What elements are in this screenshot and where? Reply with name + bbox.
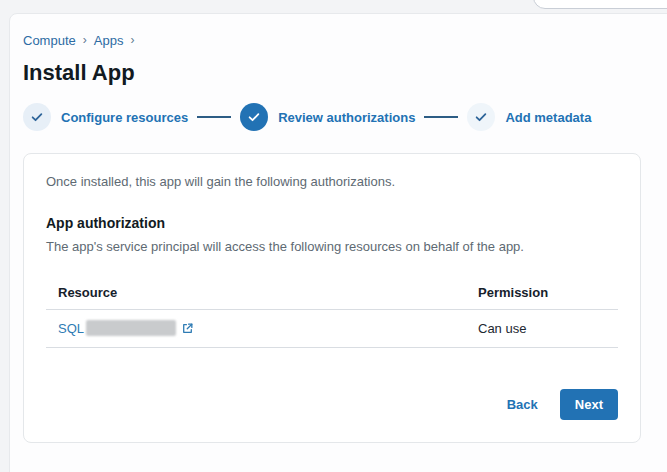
resource-name: SQL	[58, 321, 84, 336]
column-header-resource: Resource	[46, 276, 466, 309]
card-intro-text: Once installed, this app will gain the f…	[46, 174, 618, 190]
step-configure-resources[interactable]: Configure resources	[23, 103, 188, 131]
back-button[interactable]: Back	[495, 390, 550, 419]
check-icon	[23, 103, 51, 131]
main-panel: Compute › Apps › Install App Configure r…	[9, 13, 667, 472]
breadcrumb-item-compute[interactable]: Compute	[23, 33, 76, 48]
step-add-metadata[interactable]: Add metadata	[467, 103, 591, 131]
breadcrumb-item-apps[interactable]: Apps	[94, 33, 124, 48]
step-connector	[197, 116, 231, 118]
section-subtitle: The app's service principal will access …	[46, 239, 618, 255]
external-link-icon	[181, 322, 194, 335]
section-title: App authorization	[46, 214, 618, 232]
step-label: Add metadata	[505, 110, 591, 125]
step-connector	[424, 116, 458, 118]
permission-value: Can use	[466, 311, 618, 347]
check-icon	[240, 103, 268, 131]
redaction-blur	[86, 320, 176, 336]
column-header-permission: Permission	[466, 276, 618, 309]
step-review-authorizations[interactable]: Review authorizations	[240, 103, 415, 131]
next-button[interactable]: Next	[560, 389, 618, 420]
table-header-row: Resource Permission	[46, 276, 618, 310]
authorization-table: Resource Permission SQL y Can use	[46, 276, 618, 348]
breadcrumb-separator: ›	[130, 31, 134, 49]
breadcrumb-separator: ›	[83, 31, 87, 49]
resource-link[interactable]: SQL y	[58, 320, 194, 336]
authorization-card: Once installed, this app will gain the f…	[23, 153, 641, 443]
check-icon	[467, 103, 495, 131]
step-label: Configure resources	[61, 110, 188, 125]
wizard-stepper: Configure resources Review authorization…	[23, 103, 667, 131]
breadcrumb: Compute › Apps ›	[23, 31, 667, 49]
table-row: SQL y Can use	[46, 310, 618, 348]
step-label: Review authorizations	[278, 110, 415, 125]
page-title: Install App	[23, 59, 667, 87]
wizard-actions: Back Next	[495, 389, 618, 420]
global-search-input[interactable]	[533, 0, 667, 9]
